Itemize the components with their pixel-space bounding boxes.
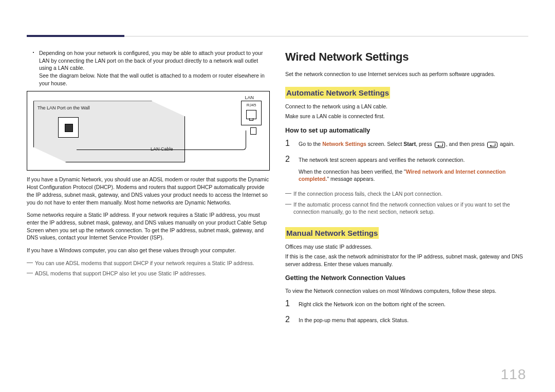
dash-icon: ―	[27, 259, 33, 267]
step-number: 1	[285, 139, 292, 148]
lan-diagram: LAN RJ45 The LAN Port on the Wall LAN Ca…	[27, 91, 270, 171]
diagram-plug-icon	[250, 127, 256, 135]
page-content: Depending on how your network is configu…	[27, 49, 528, 371]
bullet-text: Depending on how your network is configu…	[39, 49, 270, 87]
text-line: To view the Network connection values on…	[285, 287, 528, 295]
text-line: Make sure a LAN cable is connected first…	[285, 113, 528, 120]
dash-icon: ―	[285, 190, 291, 198]
t: When the connection has been verified, t…	[299, 169, 406, 175]
enter-button-icon	[487, 142, 497, 148]
paragraph: Some networks require a Static IP addres…	[27, 211, 270, 241]
step-number: 1	[285, 300, 292, 308]
bullet-item: Depending on how your network is configu…	[27, 49, 270, 87]
step-body: The network test screen appears and veri…	[299, 155, 528, 183]
t: , and then press	[446, 141, 486, 147]
footnote: ― You can use ADSL modems that support D…	[27, 259, 270, 267]
right-column: Wired Network Settings Set the network c…	[285, 49, 528, 371]
step-item: 2 In the pop-up menu that appears, click…	[285, 315, 528, 324]
footnote-text: If the automatic process cannot find the…	[293, 201, 528, 216]
bullet-sub: See the diagram below. Note that the wal…	[39, 72, 265, 86]
t: Go to the	[299, 141, 322, 147]
howto-heading: How to set up automatically	[285, 126, 528, 136]
step-body: In the pop-up menu that appears, click S…	[299, 315, 528, 324]
accent-text: Network Settings	[322, 141, 366, 147]
step-item: 2 The network test screen appears and ve…	[285, 155, 528, 183]
text-line: Connect to the network using a LAN cable…	[285, 103, 528, 110]
header-rule-accent	[27, 35, 124, 37]
text-line: Offices may use static IP addresses.	[285, 243, 528, 251]
footnote-text: ADSL modems that support DHCP also let y…	[35, 270, 270, 277]
step-body: Right click the Network icon on the bott…	[299, 300, 528, 308]
paragraph: If you have a Windows computer, you can …	[27, 247, 270, 254]
subsection-heading-auto: Automatic Network Settings	[285, 87, 390, 99]
footnote: ― If the connection process fails, check…	[285, 190, 528, 198]
footnote: ― ADSL modems that support DHCP also let…	[27, 270, 270, 277]
bullet-main: Depending on how your network is configu…	[39, 50, 263, 71]
subsection-heading-manual: Manual Network Settings	[285, 227, 379, 239]
diagram-lan-label: LAN	[245, 95, 254, 101]
page-number: 118	[501, 366, 526, 383]
diagram-wall-label: The LAN Port on the Wall	[38, 105, 90, 111]
step-number: 2	[285, 155, 292, 183]
diagram-cable-label: LAN Cable	[151, 146, 173, 153]
howto-heading: Getting the Network Connection Values	[285, 274, 528, 283]
t: , press	[416, 141, 433, 147]
paragraph: If you have a Dynamic Network, you shoul…	[27, 176, 270, 206]
step-item: 1 Right click the Network icon on the bo…	[285, 300, 528, 308]
footnote-text: If the connection process fails, check t…	[293, 190, 528, 198]
step-body: Go to the Network Settings screen. Selec…	[299, 139, 528, 148]
bold-text: Start	[403, 141, 416, 147]
t: " message appears.	[327, 176, 375, 182]
section-intro: Set the network connection to use Intern…	[285, 70, 528, 78]
step-number: 2	[285, 315, 292, 324]
diagram-wallplate-icon	[58, 117, 79, 138]
t: screen. Select	[366, 141, 403, 147]
diagram-rj45-label: RJ45	[247, 103, 256, 107]
dash-icon: ―	[27, 270, 33, 277]
step-item: 1 Go to the Network Settings screen. Sel…	[285, 139, 528, 148]
footnote: ― If the automatic process cannot find t…	[285, 201, 528, 216]
left-column: Depending on how your network is configu…	[27, 49, 270, 371]
section-heading: Wired Network Settings	[285, 49, 528, 65]
step-line: The network test screen appears and veri…	[299, 156, 528, 164]
diagram-rj45-box: RJ45	[241, 101, 262, 125]
t: again.	[498, 141, 515, 147]
footnote-text: You can use ADSL modems that support DHC…	[35, 259, 270, 267]
dash-icon: ―	[285, 201, 291, 216]
enter-button-icon	[435, 142, 445, 148]
bullet-dot-icon	[33, 52, 34, 53]
text-line: If this is the case, ask the network adm…	[285, 253, 528, 268]
rj45-port-icon	[246, 110, 256, 119]
